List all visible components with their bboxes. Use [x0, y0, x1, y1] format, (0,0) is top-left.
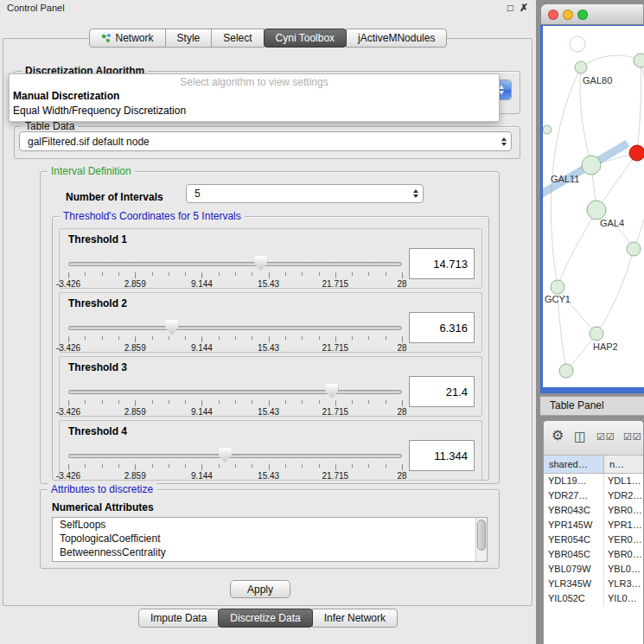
- tab-label: Infer Network: [324, 612, 386, 624]
- table-row[interactable]: YIL052CYIL0…: [544, 591, 643, 606]
- tick-label: -3.426: [56, 407, 80, 417]
- float-window-icon[interactable]: □: [507, 2, 513, 14]
- tick-label: 15.43: [258, 279, 279, 289]
- column-header-name[interactable]: n…: [604, 456, 644, 474]
- list-item-selfloops[interactable]: SelfLoops: [53, 518, 487, 532]
- threshold-value-field[interactable]: 14.713: [409, 248, 475, 279]
- table-row[interactable]: YPR145WYPR1…: [544, 518, 643, 532]
- threshold-value-field[interactable]: 6.316: [409, 312, 475, 343]
- threshold-label: Threshold 2: [68, 297, 127, 309]
- column-header-shared-name[interactable]: shared…: [544, 456, 604, 474]
- gear-icon[interactable]: ⚙: [552, 427, 564, 443]
- slider-tick-labels: -3.4262.8599.14415.4321.71528: [68, 407, 402, 417]
- tab-label: Impute Data: [150, 612, 207, 624]
- threshold-value-field[interactable]: 21.4: [409, 376, 475, 407]
- combobox-arrows-icon[interactable]: [501, 132, 507, 150]
- select-columns-checkbox-icon[interactable]: ☑☑: [623, 431, 642, 443]
- control-panel-titlebar[interactable]: Control Panel □ ✗: [0, 0, 536, 17]
- tick-label: 2.859: [124, 471, 146, 481]
- tick-label: -3.426: [56, 343, 80, 353]
- cell-shared-name: YDR27…: [544, 488, 604, 503]
- tab-cyni-toolbox[interactable]: Cyni Toolbox: [264, 29, 347, 48]
- traffic-light-minimize-icon[interactable]: [563, 10, 573, 20]
- tab-label: jActiveMNodules: [358, 32, 435, 44]
- number-of-intervals-combobox[interactable]: 5: [186, 184, 424, 203]
- tab-discretize-data[interactable]: Discretize Data: [218, 609, 312, 628]
- slider-thumb[interactable]: [254, 256, 267, 271]
- threshold-value-field[interactable]: 11.344: [409, 440, 475, 471]
- table-row[interactable]: YBR045CYBR0…: [544, 547, 643, 562]
- tick-label: -3.426: [56, 279, 80, 289]
- attributes-scrollbar[interactable]: [475, 518, 487, 561]
- slider-track[interactable]: [68, 326, 402, 330]
- threshold-1-slider[interactable]: -3.4262.8599.14415.4321.71528: [68, 255, 402, 286]
- threshold-label: Threshold 1: [68, 233, 127, 245]
- table-row[interactable]: YBL079WYBL0…: [544, 562, 643, 577]
- slider-thumb[interactable]: [219, 448, 232, 462]
- tick-label: 9.144: [191, 471, 213, 481]
- network-canvas[interactable]: GAL80GAL11GAL4GCY1HAP2: [543, 26, 644, 387]
- tab-style[interactable]: Style: [165, 29, 213, 48]
- tab-select[interactable]: Select: [211, 29, 264, 48]
- network-nodes[interactable]: [543, 54, 644, 378]
- threshold-4-slider[interactable]: -3.4262.8599.14415.4321.71528: [68, 447, 402, 478]
- table-panel-header[interactable]: Table Panel: [540, 396, 644, 416]
- table-row[interactable]: YLR345WYLR3…: [544, 577, 643, 591]
- table-row[interactable]: YDR27…YDR2…: [544, 488, 643, 503]
- traffic-light-zoom-icon[interactable]: [577, 10, 588, 20]
- slider-track[interactable]: [68, 262, 402, 266]
- node[interactable]: [543, 125, 552, 134]
- tab-network[interactable]: Network: [89, 29, 166, 48]
- threshold-panel-3: Threshold 3-3.4262.8599.14415.4321.71528…: [59, 356, 482, 417]
- combobox-arrows-icon[interactable]: [413, 185, 418, 202]
- node[interactable]: [634, 54, 644, 67]
- table-row[interactable]: YER054CYER0…: [544, 532, 643, 547]
- node[interactable]: [551, 280, 564, 294]
- threshold-panel-2: Threshold 2-3.4262.8599.14415.4321.71528…: [59, 292, 482, 353]
- list-item-topologicalcoefficient[interactable]: TopologicalCoefficient: [53, 532, 487, 545]
- tab-jactivemnodules[interactable]: jActiveMNodules: [346, 29, 447, 48]
- table-row[interactable]: YDL19…YDL1…: [544, 474, 643, 488]
- select-all-checkbox-icon[interactable]: ☑☑: [596, 431, 615, 443]
- threshold-2-slider[interactable]: -3.4262.8599.14415.4321.71528: [68, 319, 402, 350]
- dropdown-item-equal-width-frequency[interactable]: Equal Width/Frequency Discretization: [10, 104, 499, 118]
- selected-node[interactable]: [629, 145, 644, 161]
- node[interactable]: [587, 201, 606, 220]
- thresholds-group-label: Threshold's Coordinates for 5 Intervals: [60, 210, 245, 222]
- columns-icon[interactable]: ◫: [574, 429, 586, 444]
- node[interactable]: [575, 61, 587, 73]
- node[interactable]: [570, 36, 585, 52]
- cell-name: YBR0…: [604, 547, 644, 562]
- node[interactable]: [590, 327, 603, 341]
- cell-name: YBR0…: [604, 503, 644, 518]
- node[interactable]: [627, 242, 641, 256]
- dropdown-item-manual-discretization[interactable]: Manual Discretization: [10, 89, 499, 104]
- scrollbar-thumb[interactable]: [477, 520, 486, 551]
- table-toolbar: ⚙ ◫ ☑☑ ☑☑: [544, 421, 643, 456]
- cell-name: YDR2…: [604, 488, 644, 503]
- apply-button[interactable]: Apply: [230, 580, 290, 598]
- traffic-light-close-icon[interactable]: [548, 10, 558, 20]
- list-item-betweennesscentrality[interactable]: BetweennessCentrality: [53, 545, 487, 559]
- control-panel-window: Control Panel □ ✗ NetworkStyleSelectCyni…: [0, 0, 536, 644]
- close-icon[interactable]: ✗: [520, 2, 528, 14]
- tab-impute-data[interactable]: Impute Data: [138, 609, 219, 628]
- attributes-group-label: Attributes to discretize: [48, 483, 156, 495]
- table-data-combobox[interactable]: galFiltered.sif default node: [19, 131, 512, 151]
- table-row[interactable]: YBR043CYBR0…: [544, 503, 643, 518]
- cell-shared-name: YBR043C: [544, 503, 604, 518]
- tick-label: 15.43: [258, 343, 279, 353]
- network-window-titlebar[interactable]: [540, 3, 644, 25]
- threshold-label: Threshold 4: [68, 425, 127, 437]
- tick-label: 15.43: [258, 407, 279, 417]
- slider-thumb[interactable]: [165, 320, 178, 335]
- node[interactable]: [559, 364, 573, 378]
- slider-track[interactable]: [68, 390, 402, 394]
- slider-thumb[interactable]: [325, 384, 338, 399]
- node[interactable]: [582, 156, 601, 175]
- numerical-attributes-list[interactable]: SelfLoopsTopologicalCoefficientBetweenne…: [52, 517, 488, 562]
- slider-track[interactable]: [68, 454, 402, 458]
- tab-infer-network[interactable]: Infer Network: [312, 609, 398, 628]
- threshold-3-slider[interactable]: -3.4262.8599.14415.4321.71528: [68, 383, 402, 414]
- cell-shared-name: YIL052C: [544, 591, 604, 606]
